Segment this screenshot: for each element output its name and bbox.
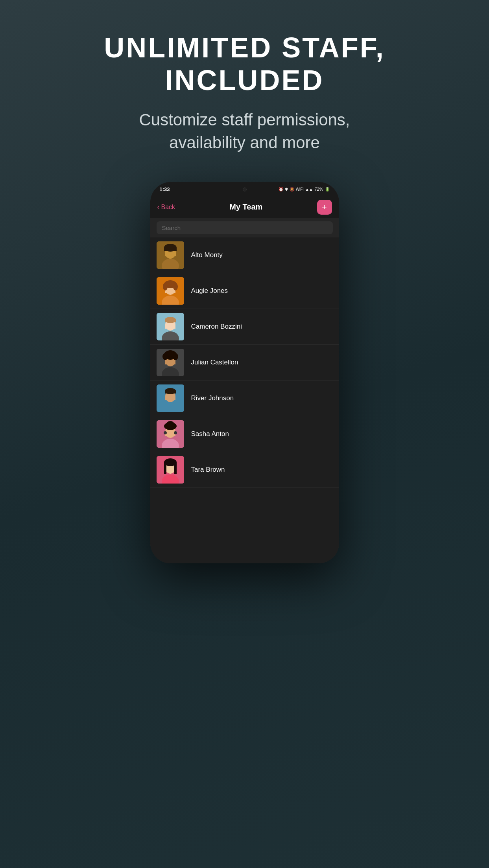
- svg-rect-3: [165, 252, 176, 256]
- svg-point-12: [173, 283, 178, 291]
- phone-screen: 1:33 ⏰ ✱ 🔕 WiFi ▲▲ 72% 🔋 ‹ Back My Team …: [150, 182, 339, 563]
- signal-icon: ▲▲: [305, 187, 313, 191]
- svg-rect-22: [165, 360, 175, 364]
- member-name: Cameron Bozzini: [191, 323, 242, 331]
- svg-rect-32: [165, 390, 176, 394]
- plus-icon: +: [322, 203, 327, 211]
- member-name: Sasha Anton: [191, 430, 229, 438]
- avatar: [157, 456, 184, 484]
- header-section: UNLIMITED STAFF, INCLUDED Customize staf…: [0, 0, 489, 170]
- avatar: [157, 349, 184, 376]
- member-name: Augie Jones: [191, 287, 228, 295]
- svg-rect-5: [164, 248, 177, 251]
- alarm-icon: ⏰: [279, 187, 283, 191]
- avatar: [157, 241, 184, 269]
- mute-icon: 🔕: [290, 187, 294, 191]
- camera-dot: [243, 188, 247, 191]
- battery-text: 72%: [314, 187, 323, 191]
- team-list: Alto Monty Augie Jones: [150, 237, 339, 563]
- svg-point-37: [164, 431, 167, 434]
- search-input[interactable]: [157, 221, 333, 234]
- wifi-icon: WiFi: [296, 187, 304, 191]
- subtitle: Customize staff permissions, availabilit…: [39, 108, 450, 155]
- svg-point-11: [163, 283, 168, 291]
- back-label: Back: [161, 204, 175, 211]
- phone-frame: 1:33 ⏰ ✱ 🔕 WiFi ▲▲ 72% 🔋 ‹ Back My Team …: [150, 182, 339, 563]
- list-item[interactable]: Cameron Bozzini: [150, 309, 339, 345]
- member-name: Tara Brown: [191, 466, 225, 474]
- main-title: UNLIMITED STAFF, INCLUDED: [39, 31, 450, 97]
- svg-point-40: [166, 421, 174, 427]
- list-item[interactable]: Augie Jones: [150, 273, 339, 309]
- back-button[interactable]: ‹ Back: [157, 203, 175, 211]
- battery-icon: 🔋: [325, 187, 330, 191]
- list-item[interactable]: Alto Monty: [150, 237, 339, 273]
- list-item[interactable]: Sasha Anton: [150, 416, 339, 452]
- page-title: My Team: [229, 202, 262, 211]
- avatar: [157, 277, 184, 305]
- status-icons: ⏰ ✱ 🔕 WiFi ▲▲ 72% 🔋: [279, 187, 330, 191]
- svg-rect-47: [174, 462, 177, 474]
- avatar: [157, 313, 184, 340]
- svg-point-38: [174, 431, 177, 434]
- member-name: Alto Monty: [191, 251, 223, 259]
- nav-bar: ‹ Back My Team +: [150, 196, 339, 218]
- add-member-button[interactable]: +: [317, 200, 332, 215]
- chevron-left-icon: ‹: [157, 203, 160, 211]
- svg-point-26: [166, 351, 174, 357]
- svg-rect-44: [165, 468, 175, 472]
- search-bar: [150, 218, 339, 237]
- avatar: [157, 420, 184, 448]
- list-item[interactable]: Tara Brown: [150, 452, 339, 488]
- list-item[interactable]: Julian Castellon: [150, 345, 339, 381]
- svg-rect-16: [165, 325, 175, 329]
- svg-rect-30: [165, 396, 175, 400]
- list-item[interactable]: River Johnson: [150, 381, 339, 416]
- svg-rect-18: [165, 319, 176, 322]
- member-name: River Johnson: [191, 394, 234, 402]
- member-name: Julian Castellon: [191, 359, 238, 366]
- status-time: 1:33: [160, 186, 170, 192]
- avatar: [157, 384, 184, 412]
- bluetooth-icon: ✱: [285, 187, 288, 191]
- svg-rect-46: [164, 462, 166, 474]
